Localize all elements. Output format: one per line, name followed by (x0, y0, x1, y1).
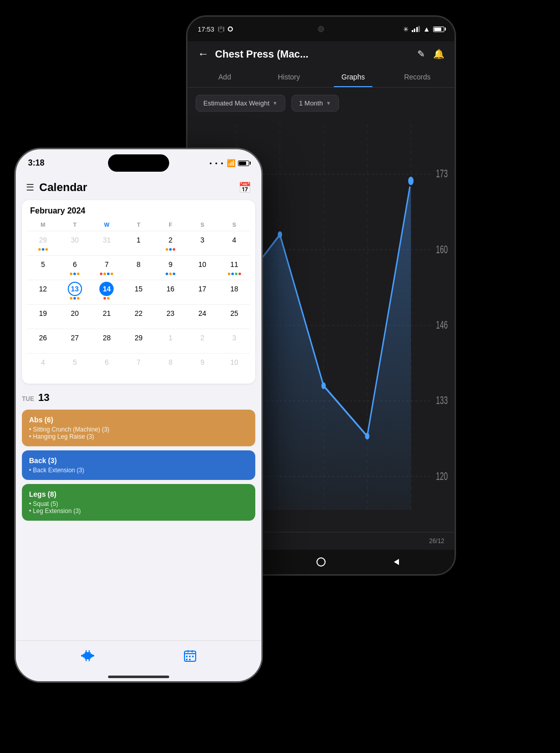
cal-cell[interactable]: 6 (59, 255, 91, 280)
cal-cell[interactable]: 7 (91, 255, 123, 280)
workout-tab-icon (81, 650, 94, 664)
cal-cell[interactable]: 24 (186, 304, 219, 329)
home-nav-button[interactable] (314, 555, 328, 569)
cal-cell[interactable]: 7 (123, 353, 155, 378)
dow-wed: W (91, 221, 123, 229)
edit-icon[interactable]: ✎ (417, 48, 425, 60)
ios-time: 3:18 (28, 158, 44, 168)
svg-rect-42 (186, 659, 188, 660)
svg-rect-33 (86, 659, 87, 661)
android-app-header: ← Chest Press (Mac... ✎ 🔔 (188, 41, 455, 67)
cal-cell[interactable]: 30 (59, 231, 91, 255)
svg-marker-25 (394, 559, 399, 565)
back-button[interactable]: ← (198, 47, 209, 61)
cal-cell[interactable]: 6 (91, 353, 123, 378)
cal-cell[interactable]: 26 (27, 329, 59, 353)
tab-history[interactable]: History (257, 67, 321, 87)
cal-cell[interactable]: 25 (218, 304, 250, 329)
back-nav-button[interactable] (389, 555, 404, 569)
tab-graphs[interactable]: Graphs (321, 67, 385, 87)
cal-date: 10 (227, 355, 242, 369)
cal-cell[interactable]: 2 (154, 231, 186, 255)
cal-cell[interactable]: 21 (91, 304, 123, 329)
ios-phone: 3:18 ● ● ● 📶 ☰ Calendar 📅 February 2024 (14, 148, 263, 683)
cal-cell[interactable]: 9 (154, 255, 186, 280)
cal-cell[interactable]: 27 (59, 329, 91, 353)
cal-cell[interactable]: 4 (27, 353, 59, 378)
cal-date: 10 (195, 257, 209, 272)
wifi-icon: ▲ (423, 25, 430, 33)
calendar-icon-button[interactable]: 📅 (238, 181, 251, 194)
workout-day-name: TUE (22, 395, 34, 402)
cal-cell[interactable]: 16 (154, 280, 186, 304)
cal-cell[interactable]: 3 (218, 329, 250, 353)
signal-dots: ● ● ● (209, 161, 224, 166)
cal-cell[interactable]: 5 (27, 255, 59, 280)
bluetooth-icon: ✳ (403, 25, 409, 33)
ios-home-indicator (108, 676, 169, 678)
cal-cell[interactable]: 23 (154, 304, 186, 329)
svg-rect-29 (91, 654, 92, 658)
tab-records[interactable]: Records (385, 67, 449, 87)
ios-tab-bar (16, 640, 261, 681)
cal-cell[interactable]: 11 (218, 255, 250, 280)
cal-date: 30 (68, 233, 82, 247)
cal-cell[interactable]: 1 (154, 329, 186, 353)
calendar-tab-icon (184, 650, 196, 665)
period-dropdown[interactable]: 1 Month ▼ (291, 95, 339, 112)
cal-cell[interactable]: 3 (186, 231, 219, 255)
cal-cell[interactable]: 29 (123, 329, 155, 353)
cal-date: 21 (99, 306, 114, 320)
svg-text:160: 160 (436, 244, 448, 256)
tab-calendar[interactable] (184, 650, 196, 665)
cal-date: 6 (99, 355, 114, 369)
cal-date: 2 (195, 331, 209, 345)
tab-add[interactable]: Add (193, 67, 257, 87)
cal-cell[interactable]: 22 (123, 304, 155, 329)
workout-card-back[interactable]: Back (3) • Back Extension (3) (22, 450, 255, 480)
vibrate-icon: 📳 (218, 26, 225, 33)
svg-rect-31 (86, 650, 87, 653)
cal-cell[interactable]: 4 (218, 231, 250, 255)
cal-cell[interactable]: 14 (91, 280, 123, 304)
metric-dropdown[interactable]: Estimated Max Weight ▼ (196, 95, 285, 112)
cal-cell[interactable]: 29 (27, 231, 59, 255)
cal-cell[interactable]: 1 (123, 231, 155, 255)
cal-cell[interactable]: 15 (123, 280, 155, 304)
cal-cell[interactable]: 20 (59, 304, 91, 329)
cal-date: 20 (68, 306, 82, 320)
cal-cell[interactable]: 2 (186, 329, 219, 353)
cal-cell[interactable]: 10 (186, 255, 219, 280)
svg-rect-38 (192, 650, 193, 653)
workout-card-legs[interactable]: Legs (8) • Squat (5) • Leg Extension (3) (22, 484, 255, 521)
cal-cell[interactable]: 10 (218, 353, 250, 378)
cal-date: 3 (195, 233, 209, 247)
cal-cell[interactable]: 5 (59, 353, 91, 378)
cal-cell[interactable]: 19 (27, 304, 59, 329)
cal-cell[interactable]: 18 (218, 280, 250, 304)
cal-cell[interactable]: 8 (154, 353, 186, 378)
cal-cell[interactable]: 12 (27, 280, 59, 304)
bell-icon[interactable]: 🔔 (433, 48, 444, 60)
cal-cell[interactable]: 28 (91, 329, 123, 353)
ios-status-right: ● ● ● 📶 (209, 159, 249, 167)
svg-text:173: 173 (436, 168, 448, 180)
cal-cell[interactable]: 13 (59, 280, 91, 304)
svg-point-21 (365, 433, 369, 439)
cal-cell[interactable]: 8 (123, 255, 155, 280)
svg-point-19 (278, 231, 282, 238)
cal-cell[interactable]: 31 (91, 231, 123, 255)
workout-card-item: • Leg Extension (3) (29, 507, 248, 515)
tab-workout[interactable] (81, 650, 94, 664)
svg-point-22 (408, 176, 414, 186)
menu-button[interactable]: ☰ (26, 182, 34, 193)
ios-status-bar: 3:18 ● ● ● 📶 (16, 149, 261, 177)
dow-sat: S (186, 221, 219, 229)
cal-date: 4 (36, 355, 50, 369)
workout-card-abs[interactable]: Abs (6) • Sitting Crunch (Machine) (3) •… (22, 410, 255, 446)
metric-label: Estimated Max Weight (203, 99, 270, 107)
cal-cell[interactable]: 9 (186, 353, 219, 378)
cal-cell[interactable]: 17 (186, 280, 219, 304)
svg-point-20 (322, 383, 326, 389)
workout-list: TUE 13 Abs (6) • Sitting Crunch (Machine… (16, 386, 261, 681)
